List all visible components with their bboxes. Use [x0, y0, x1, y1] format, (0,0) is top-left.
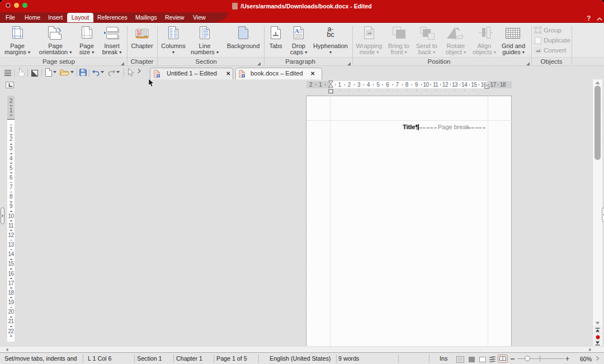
svg-text:A: A — [295, 27, 299, 34]
svg-text:1: 1 — [138, 30, 140, 35]
